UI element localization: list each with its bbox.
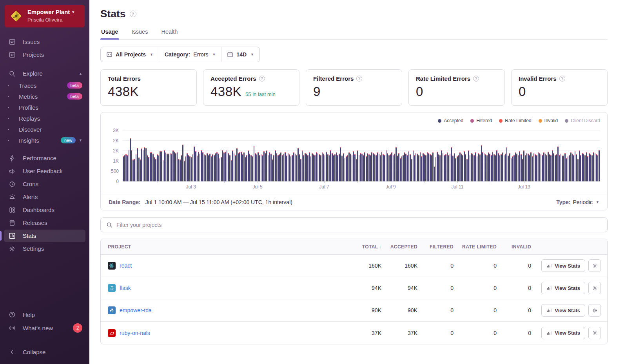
sidebar-item-what-s-new[interactable]: What's new2 <box>4 321 85 335</box>
chart-bar[interactable] <box>191 157 192 181</box>
chart-bar[interactable] <box>158 155 160 181</box>
sidebar-item-dashboards[interactable]: Dashboards <box>4 204 85 216</box>
legend-item-filtered[interactable]: Filtered <box>470 118 492 123</box>
chart-bar[interactable] <box>566 158 567 181</box>
chart-bar[interactable] <box>145 148 147 181</box>
chart-bar[interactable] <box>155 159 156 182</box>
chart-bar[interactable] <box>129 150 130 181</box>
chart-bar[interactable] <box>447 152 448 181</box>
chart-bar[interactable] <box>167 154 168 182</box>
chart-bar[interactable] <box>348 152 350 181</box>
chart-bar[interactable] <box>192 154 194 181</box>
chart-bar[interactable] <box>356 159 357 181</box>
chart-bar[interactable] <box>137 148 138 181</box>
chart-bar[interactable] <box>459 152 461 181</box>
chart-bar[interactable] <box>481 145 482 181</box>
chart-bar[interactable] <box>278 155 279 181</box>
chart-bar[interactable] <box>177 152 178 181</box>
chart-bar[interactable] <box>241 152 242 181</box>
chart-bar[interactable] <box>327 154 328 181</box>
chart-bar[interactable] <box>448 155 449 181</box>
chart-bar[interactable] <box>181 155 182 181</box>
sidebar-item-crons[interactable]: Crons <box>4 178 85 190</box>
chart-bar[interactable] <box>232 150 233 181</box>
project-settings-button[interactable] <box>588 327 601 339</box>
chart-bar[interactable] <box>154 157 155 181</box>
chart-bar[interactable] <box>299 154 300 181</box>
chart-bar[interactable] <box>471 153 472 181</box>
chart-bar[interactable] <box>570 152 572 181</box>
chart-bar[interactable] <box>180 159 181 181</box>
chart-bar[interactable] <box>290 156 292 181</box>
chart-bar[interactable] <box>506 147 508 181</box>
chart-bar[interactable] <box>273 155 274 181</box>
chart-bar[interactable] <box>465 154 466 181</box>
chart-bar[interactable] <box>221 157 222 181</box>
chart-bar[interactable] <box>245 157 246 181</box>
chart-bar[interactable] <box>525 155 526 181</box>
chart-bar[interactable] <box>518 155 519 181</box>
chart-bar[interactable] <box>482 152 483 181</box>
chart-bar[interactable] <box>464 151 465 181</box>
chart-bar[interactable] <box>254 146 255 181</box>
chart-bar[interactable] <box>523 150 524 181</box>
chart-bar[interactable] <box>421 156 422 181</box>
chart-bar[interactable] <box>572 154 573 181</box>
chart-bar[interactable] <box>495 155 496 181</box>
chart-bar[interactable] <box>563 156 564 181</box>
chart-bar[interactable] <box>352 155 353 181</box>
chart-bar[interactable] <box>343 153 344 181</box>
chart-bar[interactable] <box>363 155 364 181</box>
chart-bar[interactable] <box>310 156 312 181</box>
chart-bar[interactable] <box>591 155 593 181</box>
chart-bar[interactable] <box>212 154 213 181</box>
sidebar-item-user-feedback[interactable]: User Feedback <box>4 165 85 177</box>
chart-bar[interactable] <box>470 155 471 181</box>
chart-bar[interactable] <box>258 152 259 181</box>
category-filter[interactable]: Category: Errors ▼ <box>159 47 221 62</box>
chart-bar[interactable] <box>575 151 576 181</box>
col-rate-limited[interactable]: Rate Limited <box>457 244 500 250</box>
help-circle-icon[interactable]: ? <box>559 76 565 81</box>
chart-bar[interactable] <box>499 155 501 181</box>
chart-bar[interactable] <box>555 155 556 181</box>
tab-usage[interactable]: Usage <box>100 29 119 39</box>
chart-bar[interactable] <box>437 152 438 181</box>
chart-bar[interactable] <box>423 153 424 181</box>
chart-bar[interactable] <box>354 154 356 181</box>
chart-bar[interactable] <box>209 154 210 181</box>
chart-bar[interactable] <box>491 155 492 181</box>
chart-bar[interactable] <box>597 155 599 181</box>
sidebar-item-projects[interactable]: Projects <box>4 49 85 61</box>
chart-bar[interactable] <box>143 150 144 181</box>
chart-bar[interactable] <box>599 150 600 181</box>
chart-bar[interactable] <box>318 153 319 181</box>
chart-bar[interactable] <box>246 155 247 181</box>
chart-bar[interactable] <box>425 155 426 181</box>
chart-bar[interactable] <box>256 154 258 181</box>
chart-bar[interactable] <box>359 155 360 181</box>
col-total[interactable]: Total↓ <box>347 244 385 250</box>
chart-bar[interactable] <box>397 156 398 181</box>
chart-bar[interactable] <box>562 156 563 181</box>
chart-bar[interactable] <box>580 155 581 181</box>
chart-bar[interactable] <box>325 155 326 181</box>
chart-bar[interactable] <box>243 152 245 181</box>
legend-item-rate-limited[interactable]: Rate Limited <box>499 118 531 123</box>
chart-bar[interactable] <box>200 154 201 182</box>
chart-bar[interactable] <box>445 154 446 181</box>
sidebar-item-performance[interactable]: Performance <box>4 152 85 165</box>
chart-bar[interactable] <box>123 156 124 181</box>
chart-bar[interactable] <box>329 155 330 181</box>
tab-health[interactable]: Health <box>160 29 178 39</box>
col-invalid[interactable]: Invalid <box>500 244 534 250</box>
chart-bar[interactable] <box>368 154 370 181</box>
chart-bar[interactable] <box>323 154 324 181</box>
chart-bar[interactable] <box>266 150 267 181</box>
chart-bar[interactable] <box>443 153 444 181</box>
org-switcher[interactable]: Empower Plant ▾ Priscila Oliveira <box>5 5 85 27</box>
chart-bar[interactable] <box>341 156 343 181</box>
chart-bar[interactable] <box>486 155 488 181</box>
chart-bar[interactable] <box>353 151 354 181</box>
col-project[interactable]: Project <box>101 244 347 250</box>
